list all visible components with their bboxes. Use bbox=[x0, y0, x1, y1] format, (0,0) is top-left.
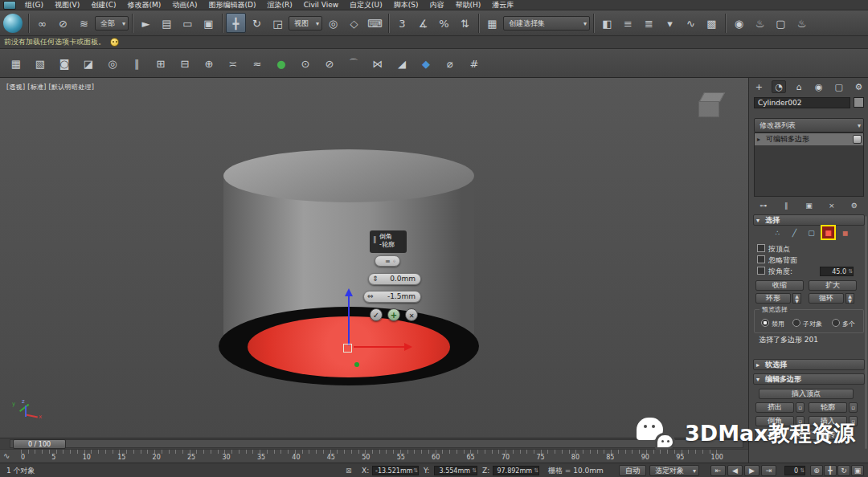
menu-item[interactable]: 组(G) bbox=[19, 0, 49, 10]
select-and-scale-icon[interactable]: ◲ bbox=[268, 13, 288, 33]
show-end-result-icon[interactable]: ∥ bbox=[780, 200, 792, 211]
caddy-apply-button[interactable] bbox=[387, 308, 400, 321]
use-pivot-center-icon[interactable]: ◎ bbox=[323, 13, 343, 33]
edit-geometry-icon[interactable]: ◪ bbox=[79, 54, 98, 73]
make-unique-icon[interactable]: ▣ bbox=[802, 200, 815, 211]
select-and-move-icon[interactable]: ╋ bbox=[226, 13, 246, 33]
stack-onoff-icon[interactable] bbox=[853, 135, 862, 144]
z-coordinate-field[interactable]: 97.892mm bbox=[493, 466, 539, 475]
layer-manager-icon[interactable]: ≣ bbox=[639, 13, 659, 33]
modify-tab-icon[interactable]: ◔ bbox=[772, 80, 786, 93]
play-animation-icon[interactable]: ▶ bbox=[744, 465, 760, 476]
object-color-swatch[interactable] bbox=[854, 97, 864, 108]
menu-item[interactable]: 脚本(S) bbox=[388, 0, 424, 10]
select-and-manipulate-icon[interactable]: ◇ bbox=[344, 13, 364, 33]
rollout-edit-polygons[interactable]: 编辑多边形 bbox=[753, 373, 865, 385]
bevel-height-field[interactable]: 0.0mm bbox=[368, 273, 421, 285]
gizmo-center-handle[interactable] bbox=[343, 344, 352, 353]
selection-lock-icon[interactable]: ⊠ bbox=[346, 463, 352, 477]
loop-button[interactable]: 循环 bbox=[809, 293, 844, 304]
blue-diamond-tool-icon[interactable]: ◆ bbox=[416, 54, 436, 73]
loop-spinner[interactable] bbox=[845, 293, 854, 304]
hierarchy-tab-icon[interactable]: ⌂ bbox=[792, 80, 806, 93]
select-and-link-icon[interactable]: ∞ bbox=[32, 13, 52, 33]
menu-item[interactable]: 内容 bbox=[424, 0, 449, 10]
caddy-cancel-button[interactable] bbox=[405, 308, 418, 321]
snap-toggle-3d-icon[interactable]: 3 bbox=[392, 13, 412, 33]
relax-tool-icon[interactable]: ≈ bbox=[248, 54, 267, 73]
rollout-selection[interactable]: 选择 bbox=[753, 214, 865, 226]
element-subobject-icon[interactable]: ◼ bbox=[839, 226, 851, 238]
pin-stack-icon[interactable]: ⊶ bbox=[757, 200, 770, 211]
outline-settings-button[interactable] bbox=[849, 402, 858, 413]
pan-icon[interactable]: ╋ bbox=[824, 465, 837, 476]
go-to-start-icon[interactable]: ⇤ bbox=[710, 465, 726, 476]
graphite-ribbon-toggle-icon[interactable]: ▾ bbox=[660, 13, 680, 33]
angle-value-spinner[interactable]: 45.0 bbox=[820, 267, 854, 276]
viewcube-front-face[interactable] bbox=[698, 101, 719, 117]
reference-coordinate-dropdown[interactable]: 视图 bbox=[289, 16, 322, 31]
render-production-icon[interactable]: ♨ bbox=[792, 13, 812, 33]
viewcube-gizmo[interactable] bbox=[698, 92, 726, 118]
insert-vertex-button[interactable]: 插入顶点 bbox=[759, 389, 854, 399]
panel-scrollbar[interactable] bbox=[865, 216, 867, 449]
ring-mode-icon[interactable]: ∥ bbox=[127, 54, 146, 73]
grid-align-icon[interactable]: # bbox=[465, 54, 484, 73]
gizmo-x-axis[interactable] bbox=[354, 346, 405, 348]
create-tab-icon[interactable]: + bbox=[751, 80, 766, 93]
border-subobject-icon[interactable]: ▢ bbox=[805, 226, 817, 238]
spinner-snap-icon[interactable]: ⇅ bbox=[455, 13, 475, 33]
perspective-viewport[interactable]: [透视] [标准] [默认明暗处理] x y z 倒角 -轮廓 bbox=[0, 78, 748, 438]
preview-disable-radio[interactable]: 禁用 bbox=[761, 319, 784, 328]
attach-tool-icon[interactable]: ⊙ bbox=[296, 54, 315, 73]
select-and-rotate-icon[interactable]: ↻ bbox=[247, 13, 267, 33]
edge-subobject-icon[interactable]: ╱ bbox=[788, 226, 800, 238]
measure-tool-icon[interactable]: ⌀ bbox=[440, 54, 460, 73]
time-slider-handle[interactable]: 0 / 100 bbox=[13, 439, 66, 449]
keyboard-override-icon[interactable]: ⌨ bbox=[365, 13, 385, 33]
object-name-field[interactable]: Cylinder002 bbox=[754, 97, 850, 108]
grow-selection-icon[interactable]: ⊞ bbox=[151, 54, 170, 73]
remove-modifier-icon[interactable]: × bbox=[825, 200, 838, 211]
swift-loop-icon[interactable]: ⊕ bbox=[199, 54, 219, 73]
bind-to-space-warp-icon[interactable]: ≋ bbox=[74, 13, 94, 33]
select-object-icon[interactable]: ► bbox=[136, 13, 156, 33]
menu-item[interactable]: 修改器(M) bbox=[122, 0, 167, 10]
rendered-frame-window-icon[interactable]: ▢ bbox=[771, 13, 791, 33]
select-by-name-icon[interactable]: ▤ bbox=[157, 13, 177, 33]
mini-curve-editor-icon[interactable]: ∿ bbox=[3, 451, 10, 460]
curve-editor-icon[interactable]: ∿ bbox=[681, 13, 701, 33]
display-tab-icon[interactable]: ▢ bbox=[832, 80, 846, 93]
3dsmax-logo-icon[interactable] bbox=[3, 14, 23, 33]
angle-snap-icon[interactable]: ∡ bbox=[413, 13, 433, 33]
weld-tool-icon[interactable]: ⋈ bbox=[368, 54, 387, 73]
time-slider-track[interactable] bbox=[10, 439, 743, 448]
selection-panel-icon[interactable]: ▧ bbox=[31, 54, 50, 73]
align-icon[interactable]: ≡ bbox=[618, 13, 638, 33]
window-crossing-icon[interactable]: ▣ bbox=[199, 13, 219, 33]
loop-mode-icon[interactable]: ◎ bbox=[103, 54, 122, 73]
auto-key-button[interactable]: 自动 bbox=[619, 465, 646, 476]
render-setup-icon[interactable]: ♨ bbox=[750, 13, 770, 33]
y-coordinate-field[interactable]: 3.554mm bbox=[434, 466, 477, 475]
menu-item[interactable]: Civil View bbox=[298, 0, 344, 10]
zoom-icon[interactable]: ⊕ bbox=[810, 465, 823, 476]
named-selection-set-dropdown[interactable]: 创建选择集 bbox=[503, 16, 590, 31]
previous-frame-icon[interactable]: ◀ bbox=[727, 465, 743, 476]
ring-button[interactable]: 环形 bbox=[755, 293, 791, 304]
cylinder-top-cap[interactable] bbox=[223, 149, 474, 202]
window-icon[interactable] bbox=[3, 1, 16, 10]
detach-tool-icon[interactable]: ⊘ bbox=[320, 54, 339, 73]
x-coordinate-field[interactable]: -13.521mm bbox=[372, 466, 419, 475]
maximize-viewport-toggle-icon[interactable]: ▣ bbox=[851, 465, 864, 476]
current-frame-field[interactable]: 0 bbox=[784, 466, 805, 475]
selection-filter-dropdown[interactable]: 全部 bbox=[95, 16, 129, 31]
menu-item[interactable]: 渲染(R) bbox=[261, 0, 297, 10]
outline-button[interactable]: 轮廓 bbox=[809, 402, 847, 413]
soft-selection-icon[interactable]: ◙ bbox=[55, 54, 74, 73]
edit-named-selection-sets-icon[interactable]: ▦ bbox=[482, 13, 502, 33]
modifier-stack[interactable]: 可编辑多边形 bbox=[754, 132, 864, 197]
menu-item[interactable]: 自定义(U) bbox=[344, 0, 388, 10]
menu-item[interactable]: 创建(C) bbox=[85, 0, 121, 10]
chamfer-tool-icon[interactable]: ◢ bbox=[392, 54, 411, 73]
